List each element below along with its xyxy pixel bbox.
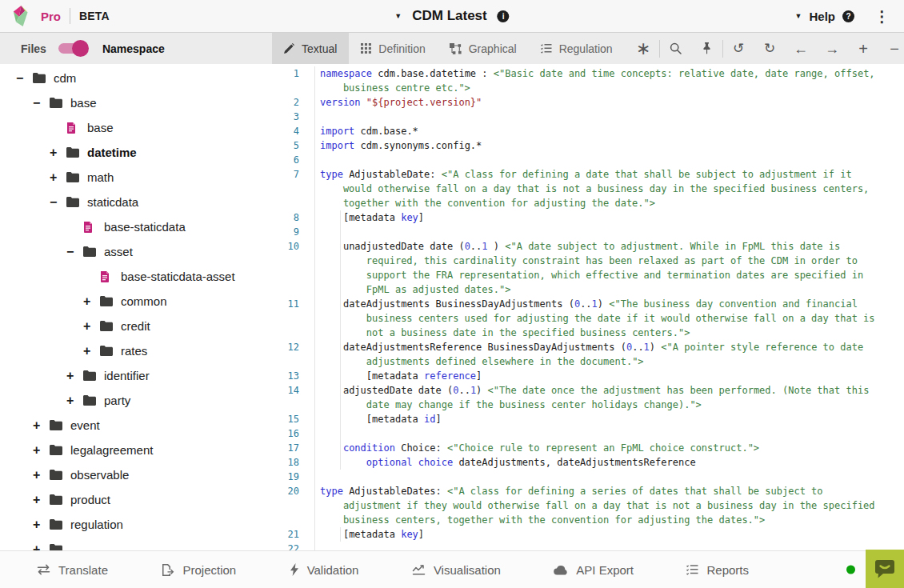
redo-icon[interactable]: ↻ xyxy=(754,42,786,55)
expand-icon[interactable]: + xyxy=(83,319,100,334)
expand-icon[interactable]: + xyxy=(66,369,83,383)
expand-icon[interactable]: + xyxy=(33,542,50,551)
tree-item-base-staticdata-asset[interactable]: base-staticdata-asset xyxy=(0,264,272,289)
bottom-item-translate[interactable]: Translate xyxy=(37,563,108,577)
tree-item-asset[interactable]: −asset xyxy=(0,239,272,264)
collapse-icon[interactable]: − xyxy=(16,71,33,86)
line-number: 3 xyxy=(272,110,315,124)
tab-graphical[interactable]: Graphical xyxy=(438,33,529,64)
line-number: 2 xyxy=(272,95,315,110)
code-line-text: import cdm.synonyms.config.* xyxy=(315,138,904,153)
tree-item-event[interactable]: +event xyxy=(0,413,272,438)
collapse-icon[interactable]: − xyxy=(33,96,50,110)
tree-item-staticdata[interactable]: −staticdata xyxy=(0,190,272,214)
tree-item-regulation[interactable]: +regulation xyxy=(0,512,272,537)
asterisk-icon[interactable]: ∗ xyxy=(628,40,659,58)
tree-item-product[interactable]: +product xyxy=(0,487,272,512)
code-line-text: optional choice dateAdjustments, dateAdj… xyxy=(315,455,904,470)
tree-item-base[interactable]: −base xyxy=(0,90,272,115)
chat-launcher-button[interactable] xyxy=(866,550,904,588)
search-icon[interactable] xyxy=(660,42,691,54)
undo-icon[interactable]: ↺ xyxy=(723,42,754,55)
minus-icon[interactable]: − xyxy=(879,41,904,57)
expand-icon[interactable]: + xyxy=(33,518,50,532)
arrow-left-icon[interactable]: ← xyxy=(786,42,817,56)
tree-item-label: event xyxy=(70,418,100,432)
folder-icon xyxy=(50,420,62,430)
expand-icon[interactable]: + xyxy=(83,344,100,358)
tree-item-label: base-staticdata-asset xyxy=(121,270,235,283)
line-number: 4 xyxy=(272,124,315,138)
content: −cdm−basebase+datetime+math−staticdataba… xyxy=(0,64,904,550)
help-menu[interactable]: Help xyxy=(809,10,835,23)
pin-icon[interactable] xyxy=(691,42,722,54)
tree-item-label: regulation xyxy=(70,518,123,531)
code-line: 6 xyxy=(272,153,904,167)
folder-icon xyxy=(66,147,79,158)
expand-icon[interactable]: + xyxy=(50,146,66,160)
tab-regulation[interactable]: Regulation xyxy=(529,33,625,64)
expand-icon[interactable]: + xyxy=(66,394,83,408)
tree-item-observable[interactable]: +observable xyxy=(0,462,272,487)
tree-item-label: identifier xyxy=(104,369,150,382)
code-line: 3 xyxy=(272,110,904,124)
expand-icon[interactable]: + xyxy=(33,443,50,458)
expand-icon[interactable]: + xyxy=(83,294,100,309)
validation-icon xyxy=(290,563,299,576)
tree-item-identifier[interactable]: +identifier xyxy=(0,363,272,388)
tab-definition[interactable]: Definition xyxy=(349,33,437,64)
visualisation-icon xyxy=(412,564,426,575)
bottom-item-validation[interactable]: Validation xyxy=(290,563,359,577)
arrow-right-icon[interactable]: → xyxy=(817,42,848,56)
pencil-icon xyxy=(284,43,294,54)
kebab-menu-icon[interactable]: ⋮ xyxy=(874,7,890,26)
info-icon[interactable]: i xyxy=(498,10,510,22)
files-namespace-toggle[interactable] xyxy=(58,43,86,54)
tree-item-party[interactable]: +party xyxy=(0,388,272,413)
toolbar: Files Namespace TextualDefinitionGraphic… xyxy=(0,33,904,64)
bottom-item-api-export[interactable]: API Export xyxy=(554,563,634,577)
folder-icon xyxy=(100,321,113,331)
code-line: 9 xyxy=(272,225,904,239)
tree-item-common[interactable]: +common xyxy=(0,289,272,314)
line-number: 7 xyxy=(272,167,315,210)
tree-item-legalagreement[interactable]: +legalagreement xyxy=(0,438,272,462)
tree-item-item[interactable]: + xyxy=(0,537,272,550)
question-icon[interactable]: ? xyxy=(842,10,854,22)
bottom-item-reports[interactable]: Reports xyxy=(686,563,749,577)
collapse-icon[interactable]: − xyxy=(66,245,83,259)
tree-item-datetime[interactable]: +datetime xyxy=(0,140,272,165)
bottom-item-visualisation[interactable]: Visualisation xyxy=(412,563,501,577)
code-line: 2version "${project.version}" xyxy=(272,95,904,110)
tree-item-label: common xyxy=(121,294,167,308)
folder-icon xyxy=(83,246,96,257)
tree-item-label: credit xyxy=(121,319,150,333)
code-line: 15[metadata id] xyxy=(272,412,904,426)
tree-item-base[interactable]: base xyxy=(0,115,272,140)
expand-icon[interactable]: + xyxy=(33,418,50,433)
tree-item-rates[interactable]: +rates xyxy=(0,338,272,363)
tree-item-credit[interactable]: +credit xyxy=(0,314,272,338)
code-line-text: [metadata key] xyxy=(315,527,904,542)
line-number: 18 xyxy=(272,455,315,470)
code-editor[interactable]: 1namespace cdm.base.datetime : <"Basic d… xyxy=(272,64,904,550)
collapse-icon[interactable]: − xyxy=(50,195,66,210)
expand-icon[interactable]: + xyxy=(33,493,50,507)
cloud-icon xyxy=(554,565,568,575)
code-line: 5import cdm.synonyms.config.* xyxy=(272,138,904,153)
code-line-text xyxy=(315,470,904,484)
translate-icon xyxy=(37,564,50,575)
tree-item-base-staticdata[interactable]: base-staticdata xyxy=(0,214,272,239)
bottom-item-projection[interactable]: Projection xyxy=(161,563,236,577)
tree-item-math[interactable]: +math xyxy=(0,165,272,190)
tab-textual[interactable]: Textual xyxy=(272,33,349,64)
expand-icon[interactable]: + xyxy=(33,468,50,482)
expand-icon[interactable]: + xyxy=(50,170,66,185)
model-selector[interactable]: ▼ CDM Latest i xyxy=(394,0,509,32)
code-line-text: type AdjustableDates: <"A class for defi… xyxy=(315,484,904,527)
plus-icon[interactable]: + xyxy=(848,41,879,57)
tree-item-cdm[interactable]: −cdm xyxy=(0,66,272,90)
tree-item-label: observable xyxy=(70,468,129,482)
line-number: 10 xyxy=(272,239,315,297)
chevron-down-icon: ▼ xyxy=(795,12,802,20)
